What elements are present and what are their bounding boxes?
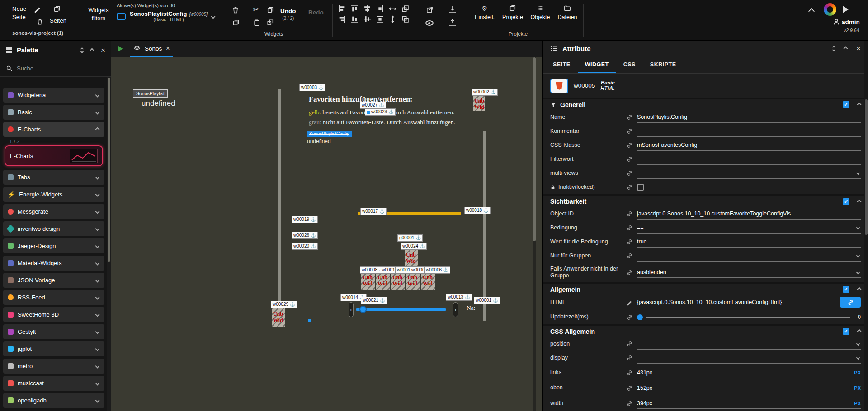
unfold-sections-icon[interactable]	[833, 46, 835, 51]
link-icon[interactable]	[626, 142, 637, 149]
gruppe-fallback-select[interactable]: ausblenden	[637, 267, 861, 278]
duplicate-icon[interactable]	[267, 19, 274, 26]
align-left-icon[interactable]	[338, 5, 346, 13]
anchor-w00023[interactable]: w00023⚓	[365, 108, 396, 116]
paste-clipboard-icon[interactable]	[253, 19, 260, 26]
link-icon[interactable]	[626, 252, 637, 259]
files-button[interactable]: Dateien	[554, 5, 580, 20]
align-top-icon[interactable]	[351, 5, 359, 13]
palette-group-musiccast[interactable]: musiccast	[3, 376, 104, 391]
collapse-section-icon[interactable]	[857, 329, 862, 334]
anchor-g00001[interactable]: g00001⚓	[397, 234, 423, 242]
links-input[interactable]: 431pxPX	[637, 367, 861, 378]
widget-sonosplaylist-value[interactable]: undefined	[142, 99, 175, 108]
anchor-w00017[interactable]: w00017⚓	[360, 208, 387, 215]
copy-icon[interactable]	[267, 6, 274, 14]
anchor-w00026[interactable]: w00026⚓	[292, 232, 318, 239]
widget-na-text[interactable]: Na:	[467, 304, 476, 312]
link-icon[interactable]	[626, 400, 637, 407]
selected-widget-overlay[interactable]: SonosPlaylistConfig	[307, 131, 352, 137]
delete-widget-trash-icon[interactable]	[231, 6, 240, 14]
chevron-down-icon[interactable]	[856, 342, 860, 346]
distribute-vertical-icon[interactable]	[376, 15, 384, 23]
palette-search[interactable]	[0, 60, 111, 77]
palette-group-metro[interactable]: metro	[3, 359, 104, 374]
section-css-allgemein[interactable]: CSS Allgemein	[543, 324, 868, 337]
kommentar-input[interactable]	[637, 126, 861, 137]
link-icon[interactable]	[626, 210, 637, 217]
collapse-section-icon[interactable]	[857, 199, 862, 204]
anchor-w00019[interactable]: w00019⚓	[292, 216, 318, 223]
object-id-input[interactable]: javascript.0.Sonos.10_10_10.customFavori…	[637, 209, 861, 220]
scrollbar-thumb[interactable]	[865, 99, 868, 235]
unit-px-button[interactable]: PX	[854, 385, 861, 391]
anchor-w00006[interactable]: w00006⚓	[424, 266, 450, 274]
echarts-widget-card[interactable]: E-Charts	[5, 145, 103, 166]
link-icon[interactable]	[626, 224, 637, 231]
equal-width-icon[interactable]	[389, 5, 396, 13]
section-checkbox[interactable]	[843, 198, 849, 205]
equal-height-icon[interactable]	[389, 15, 396, 23]
palette-group-json-vorlage[interactable]: JSON Vorlage	[3, 273, 104, 288]
oben-input[interactable]: 152pxPX	[637, 383, 861, 393]
collapse-all-icon[interactable]	[90, 48, 94, 52]
section-checkbox[interactable]	[843, 328, 849, 335]
align-right-icon[interactable]	[338, 15, 346, 23]
html-value[interactable]: {javascript.0.Sonos.10_10_10.customFavor…	[637, 297, 861, 308]
tab-widget[interactable]: WIDGET	[578, 57, 616, 73]
filter-widgets-button[interactable]: Widgets filtern	[85, 7, 113, 23]
open-in-new-icon[interactable]	[426, 6, 434, 14]
edit-canvas[interactable]: SonosPlaylist undefined Favoriten hinzuf…	[111, 57, 542, 411]
link-icon[interactable]	[626, 355, 637, 361]
new-page-button[interactable]: Neue Seite	[12, 5, 37, 21]
scrollbar-thumb[interactable]	[108, 78, 110, 262]
align-bottom-icon[interactable]	[351, 15, 359, 23]
undo-button[interactable]: Undo (2 / 2)	[280, 8, 296, 21]
bring-forward-icon[interactable]	[401, 5, 409, 13]
palette-group-material-widgets[interactable]: Material-Widgets	[3, 256, 104, 271]
anchor-w00021[interactable]: w00021⚓	[361, 297, 387, 304]
filterwort-input[interactable]	[637, 154, 861, 165]
unknown-widget-placeholder[interactable]: UnbWid	[391, 272, 405, 290]
rename-page-pencil-icon[interactable]	[33, 5, 41, 13]
canvas-scrollbar[interactable]	[533, 57, 536, 411]
redo-button[interactable]: Redo	[308, 9, 324, 16]
palette-group-jqplot[interactable]: jqplot	[3, 341, 104, 356]
anchor-w00001[interactable]: w00001⚓	[474, 297, 500, 304]
unfold-all-icon[interactable]	[81, 48, 83, 53]
palette-group-rss-feed[interactable]: RSS-Feed	[3, 290, 104, 305]
link-icon[interactable]	[626, 184, 637, 191]
link-icon[interactable]	[626, 156, 637, 163]
object-id-picker-button[interactable]: ...	[856, 210, 861, 217]
bind-html-button[interactable]	[840, 297, 861, 308]
distribute-horizontal-icon[interactable]	[376, 5, 384, 13]
anchor-w00027[interactable]: w00027⚓	[360, 102, 386, 109]
palette-group-tabs[interactable]: Tabs	[3, 170, 104, 185]
palette-scrollbar[interactable]	[107, 77, 111, 411]
unknown-widget-placeholder[interactable]: UnbWid	[361, 272, 375, 290]
run-project-play-icon[interactable]	[843, 6, 849, 13]
tab-skripte[interactable]: SKRIPTE	[643, 57, 684, 73]
collapse-section-icon[interactable]	[857, 103, 862, 107]
selected-widget-value[interactable]: undefined	[307, 138, 331, 145]
nur-gruppen-select[interactable]	[637, 251, 861, 262]
unknown-widget-placeholder[interactable]: UnbWid	[272, 308, 285, 327]
inaktiv-checkbox[interactable]	[637, 184, 644, 191]
updatezeit-slider[interactable]: 0	[637, 312, 861, 322]
bedingung-select[interactable]: ==	[637, 223, 861, 234]
css-klasse-input[interactable]: mSonosFavoritesConfig	[637, 140, 861, 151]
anchor-w00002[interactable]: w00002⚓	[472, 89, 498, 96]
palette-group-gestylt[interactable]: Gestylt	[3, 324, 104, 339]
unit-px-button[interactable]: PX	[854, 370, 861, 375]
projects-button[interactable]: Projekte	[499, 5, 526, 20]
section-generell[interactable]: Generell	[543, 98, 868, 110]
palette-group-widgeteria[interactable]: Widgeteria	[3, 88, 104, 103]
link-icon[interactable]	[626, 269, 637, 276]
link-icon[interactable]	[626, 128, 637, 135]
link-icon[interactable]	[626, 341, 637, 347]
selection-handle[interactable]	[308, 319, 311, 322]
palette-group-sweethome3d[interactable]: SweetHome 3D	[3, 307, 104, 322]
chevron-down-icon[interactable]	[856, 226, 860, 229]
close-attributes-icon[interactable]: ×	[856, 45, 861, 52]
scrollbar-thumb[interactable]	[533, 57, 536, 241]
